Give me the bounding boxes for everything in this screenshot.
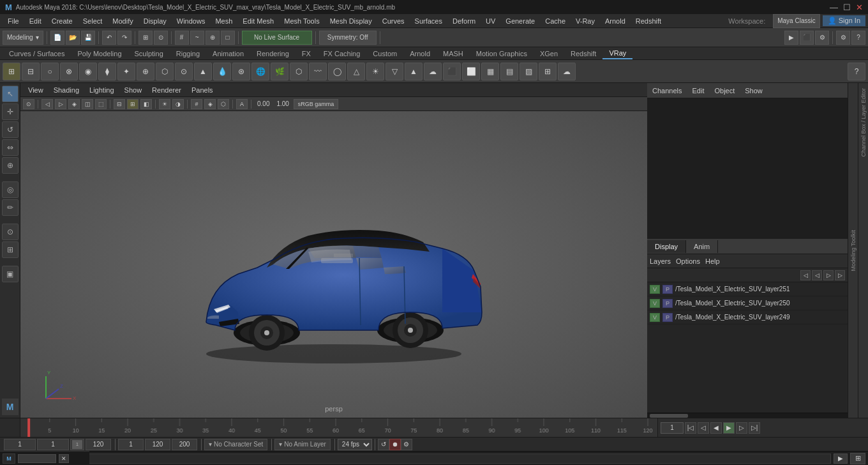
mode-dropdown[interactable]: Modeling ▾ <box>3 31 43 45</box>
menu-redshift[interactable]: Redshift <box>631 16 666 26</box>
timeline-ruler[interactable] <box>20 418 657 438</box>
menu-cache[interactable]: Cache <box>540 16 571 26</box>
menu-generate[interactable]: Generate <box>500 16 540 26</box>
layer-row-249[interactable]: V P /Tesla_Model_X_Electric_SUV_layer249 <box>647 310 848 324</box>
loop-button[interactable]: ↺ <box>378 439 389 450</box>
menu-mesh-display[interactable]: Mesh Display <box>325 16 377 26</box>
vr-icon-9[interactable]: ⬡ <box>156 63 174 80</box>
playback-frame-input[interactable] <box>661 422 684 434</box>
vr-icon-6[interactable]: ⧫ <box>98 63 116 80</box>
attribute-editor-label[interactable]: Channel Box / Layer Editor <box>860 88 867 157</box>
vr-icon-7[interactable]: ✦ <box>117 63 135 80</box>
open-scene-button[interactable]: 📂 <box>66 31 80 45</box>
channel-box-channels[interactable]: Channels <box>652 87 682 95</box>
redo-button[interactable]: ↷ <box>117 31 131 45</box>
layer-p-249[interactable]: P <box>662 313 673 322</box>
module-tab-redshift[interactable]: Redshift <box>564 49 602 59</box>
vp-menu-shading[interactable]: Shading <box>49 85 84 95</box>
play-forward-button[interactable]: ▶ <box>723 422 735 434</box>
new-scene-button[interactable]: 📄 <box>50 31 64 45</box>
vp-menu-view[interactable]: View <box>23 85 49 95</box>
fps-selector[interactable]: 24 fps 30 fps 60 fps <box>338 439 372 450</box>
menu-file[interactable]: File <box>3 16 24 26</box>
vp-cam3-icon[interactable]: ◫ <box>82 99 93 109</box>
layer-back-btn[interactable]: ◁ <box>812 270 822 280</box>
keyframe-slider[interactable]: 1 <box>70 439 84 450</box>
rotate-tool[interactable]: ↺ <box>2 121 19 138</box>
menu-display[interactable]: Display <box>138 16 172 26</box>
auto-key-button[interactable]: ⏺ <box>389 439 401 450</box>
module-tab-vray[interactable]: VRay <box>602 48 632 59</box>
frame-start-display[interactable]: 1 <box>37 439 69 450</box>
menu-curves[interactable]: Curves <box>377 16 410 26</box>
universal-manip[interactable]: ⊕ <box>2 157 19 174</box>
layer-vis-249[interactable]: V <box>650 313 660 322</box>
vp-gamma-btn[interactable]: sRGB gamma <box>294 99 338 109</box>
viewport-canvas[interactable]: Y X Z persp <box>20 111 647 418</box>
scale-tool[interactable]: ⇔ <box>2 139 19 156</box>
select-tool-button[interactable]: ⊞ <box>138 31 153 45</box>
current-frame-display[interactable]: 1 <box>4 439 36 450</box>
layer-fwd-btn[interactable]: ▷ <box>823 270 834 280</box>
vp-next-icon[interactable]: ▷ <box>55 99 66 109</box>
close-button[interactable]: ✕ <box>856 3 863 12</box>
layer-add-btn[interactable]: ◁ <box>800 270 811 280</box>
vp-shadow-btn[interactable]: ◑ <box>172 99 184 109</box>
vp-iso-btn[interactable]: ◈ <box>204 99 216 109</box>
layer-sub-options[interactable]: Options <box>676 257 700 265</box>
vp-cam4-icon[interactable]: ⬚ <box>95 99 107 109</box>
menu-uv[interactable]: UV <box>481 16 500 26</box>
vr-icon-28[interactable]: ▨ <box>520 63 537 80</box>
layer-tab-anim[interactable]: Anim <box>686 240 718 253</box>
layer-row-250[interactable]: V P /Tesla_Model_X_Electric_SUV_layer250 <box>647 296 848 310</box>
snap-grid-button[interactable]: # <box>175 31 189 45</box>
paint-tool[interactable]: ✏ <box>2 199 19 216</box>
soft-select[interactable]: ◎ <box>2 181 19 198</box>
layer-sub-help[interactable]: Help <box>705 257 720 265</box>
channel-box-object[interactable]: Object <box>714 87 735 95</box>
vp-light-btn[interactable]: ☀ <box>159 99 170 109</box>
module-tab-xgen[interactable]: XGen <box>534 49 564 59</box>
range-end-120[interactable]: 120 <box>145 439 170 450</box>
range-start-display[interactable]: 1 <box>118 439 144 450</box>
vp-texture-btn[interactable]: ◧ <box>140 99 152 109</box>
save-scene-button[interactable]: 💾 <box>81 31 95 45</box>
module-tab-render[interactable]: Rendering <box>250 49 296 59</box>
vr-icon-19[interactable]: △ <box>347 63 365 80</box>
menu-mesh-tools[interactable]: Mesh Tools <box>279 16 324 26</box>
help-button[interactable]: ? <box>851 31 865 45</box>
minimize-button[interactable]: — <box>830 3 838 12</box>
mini-close-button[interactable]: ✕ <box>59 454 69 463</box>
menu-create[interactable]: Create <box>47 16 78 26</box>
vr-icon-20[interactable]: ☀ <box>366 63 384 80</box>
undo-button[interactable]: ↶ <box>102 31 116 45</box>
settings-button[interactable]: ⚙ <box>836 31 850 45</box>
vp-grid-btn[interactable]: # <box>191 99 202 109</box>
marquee-select[interactable]: ⊞ <box>2 241 19 258</box>
vr-icon-3[interactable]: ○ <box>41 63 59 80</box>
vr-icon-23[interactable]: ☁ <box>424 63 442 80</box>
layer-end-btn[interactable]: ▷ <box>835 270 845 280</box>
menu-windows[interactable]: Windows <box>172 16 211 26</box>
channel-box-edit[interactable]: Edit <box>692 87 704 95</box>
menu-surfaces[interactable]: Surfaces <box>410 16 447 26</box>
module-tab-rigging[interactable]: Rigging <box>170 49 206 59</box>
menu-modify[interactable]: Modify <box>107 16 138 26</box>
vp-obj-btn[interactable]: ⬡ <box>218 99 229 109</box>
render-settings-button[interactable]: ⚙ <box>815 31 829 45</box>
module-tab-fx[interactable]: FX <box>296 49 317 59</box>
layer-row-251[interactable]: V P /Tesla_Model_X_Electric_SUV_layer251 <box>647 282 848 296</box>
snap-curve-button[interactable]: ~ <box>190 31 204 45</box>
go-to-end-button[interactable]: ▷| <box>749 422 760 434</box>
vp-wireframe-btn[interactable]: ⊟ <box>114 99 125 109</box>
play-back-button[interactable]: ◀ <box>710 422 722 434</box>
layer-tab-display[interactable]: Display <box>647 240 686 253</box>
module-tab-motion[interactable]: Motion Graphics <box>470 49 534 59</box>
layer-vis-250[interactable]: V <box>650 299 660 308</box>
layer-vis-251[interactable]: V <box>650 285 660 294</box>
vr-icon-11[interactable]: ▲ <box>194 63 212 80</box>
menu-select[interactable]: Select <box>78 16 108 26</box>
move-tool[interactable]: ✛ <box>2 103 19 120</box>
symmetry-button[interactable]: Symmetry: Off <box>319 31 377 45</box>
layer-p-251[interactable]: P <box>662 285 673 294</box>
